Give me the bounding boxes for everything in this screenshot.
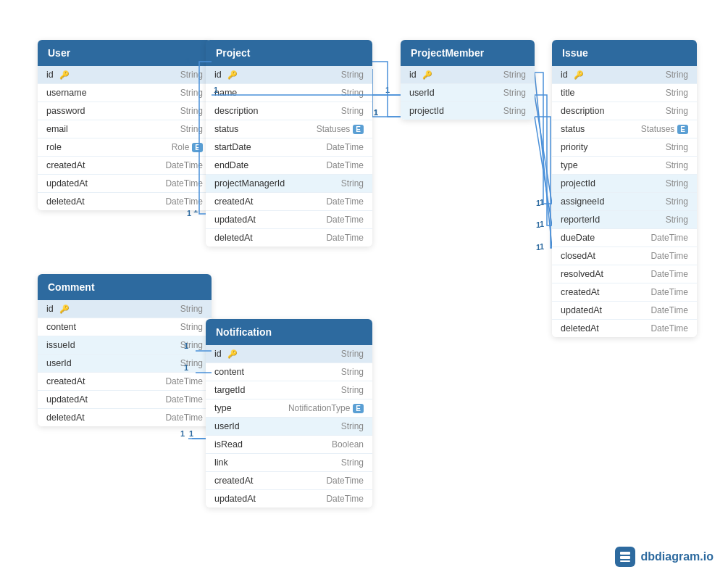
issue-table: Issue id🔑 String title String descriptio… — [552, 40, 697, 337]
project-member-table-header: ProjectMember — [401, 40, 535, 66]
project-table-body: id🔑 String name String description Strin… — [206, 66, 372, 246]
project-table-header: Project — [206, 40, 372, 66]
table-row: deletedAt DateTime — [206, 229, 372, 246]
project-table: Project id🔑 String name String descripti… — [206, 40, 372, 246]
pk-icon: 🔑 — [59, 304, 70, 314]
table-row: deletedAt DateTime — [38, 193, 212, 210]
svg-text:1: 1 — [374, 108, 378, 117]
table-row: projectManagerId String — [206, 175, 372, 193]
table-row: createdAt DateTime — [552, 283, 697, 302]
table-row: link String — [206, 454, 372, 472]
canvas: 1 1 1 1 1 1 1 1 1 1 User i — [0, 0, 728, 580]
pk-icon: 🔑 — [422, 70, 432, 80]
svg-rect-24 — [620, 556, 630, 559]
table-row: dueDate DateTime — [552, 229, 697, 247]
table-row: id🔑 String — [552, 66, 697, 84]
table-row: targetId String — [206, 381, 372, 399]
notification-table-header: Notification — [206, 319, 372, 345]
table-row: createdAt DateTime — [38, 373, 212, 391]
table-row: createdAt DateTime — [206, 193, 372, 211]
table-row: status Statuses E — [552, 120, 697, 138]
table-row: updatedAt DateTime — [38, 391, 212, 409]
svg-line-14 — [535, 72, 552, 248]
table-row: updatedAt DateTime — [552, 302, 697, 320]
table-row: userId String — [206, 418, 372, 436]
user-table-body: id🔑 String username String password Stri… — [38, 66, 212, 210]
table-row: id🔑 String — [206, 345, 372, 363]
logo-area: dbdiagram.io — [615, 547, 714, 567]
table-row: description String — [206, 102, 372, 120]
svg-text:1: 1 — [180, 429, 185, 438]
table-row: projectId String — [401, 102, 535, 120]
user-table-header: User — [38, 40, 212, 66]
notification-table-body: id🔑 String content String targetId Strin… — [206, 345, 372, 508]
table-row: name String — [206, 84, 372, 102]
svg-rect-23 — [620, 552, 630, 555]
table-row: status Statuses E — [206, 120, 372, 138]
svg-line-10 — [535, 95, 552, 204]
pk-icon: 🔑 — [59, 70, 70, 80]
comment-table: Comment id🔑 String content String issueI… — [38, 274, 212, 426]
table-row: role Role E — [38, 138, 212, 157]
table-row: reporterId String — [552, 211, 697, 229]
comment-table-body: id🔑 String content String issueId String… — [38, 300, 212, 426]
svg-text:1: 1 — [385, 86, 390, 94]
svg-text:1: 1 — [540, 198, 544, 207]
table-row: endDate DateTime — [206, 157, 372, 175]
table-row: email String — [38, 120, 212, 138]
table-row: updatedAt DateTime — [206, 490, 372, 508]
svg-rect-25 — [620, 560, 630, 562]
table-row: deletedAt DateTime — [38, 409, 212, 426]
table-row: id🔑 String — [401, 66, 535, 84]
table-row: password String — [38, 102, 212, 120]
svg-text:1: 1 — [374, 108, 378, 117]
logo-icon — [615, 547, 635, 567]
table-row: createdAt DateTime — [206, 472, 372, 490]
table-row: id🔑 String — [38, 300, 212, 318]
table-row: title String — [552, 84, 697, 102]
table-row: userId String — [38, 355, 212, 373]
pk-icon: 🔑 — [227, 349, 238, 359]
notification-table: Notification id🔑 String content String t… — [206, 319, 372, 508]
table-row: projectId String — [552, 175, 697, 193]
table-row: description String — [552, 102, 697, 120]
svg-text:1: 1 — [540, 242, 544, 251]
svg-text:1: 1 — [540, 220, 544, 228]
project-member-table-body: id🔑 String userId String projectId Strin… — [401, 66, 535, 120]
issue-table-body: id🔑 String title String description Stri… — [552, 66, 697, 337]
table-row: priority String — [552, 138, 697, 157]
table-row: deletedAt DateTime — [552, 320, 697, 337]
table-row: issueId String — [38, 336, 212, 355]
table-row: id🔑 String — [206, 66, 372, 84]
table-row: type String — [552, 157, 697, 175]
table-row: content String — [38, 318, 212, 336]
table-row: updatedAt DateTime — [206, 211, 372, 229]
svg-text:1: 1 — [536, 220, 540, 229]
table-row: resolvedAt DateTime — [552, 265, 697, 283]
svg-text:1: 1 — [536, 199, 540, 207]
table-row: username String — [38, 84, 212, 102]
user-table: User id🔑 String username String password… — [38, 40, 212, 210]
table-row: id🔑 String — [38, 66, 212, 84]
svg-text:1: 1 — [189, 429, 193, 438]
project-member-table: ProjectMember id🔑 String userId String p… — [401, 40, 535, 120]
table-row: updatedAt DateTime — [38, 175, 212, 193]
pk-icon: 🔑 — [574, 70, 584, 80]
svg-text:1: 1 — [536, 243, 540, 252]
logo-text: dbdiagram.io — [641, 550, 714, 563]
pk-icon: 🔑 — [227, 70, 238, 80]
table-row: content String — [206, 363, 372, 381]
table-row: isRead Boolean — [206, 436, 372, 454]
table-row: closedAt DateTime — [552, 247, 697, 265]
svg-line-12 — [535, 117, 552, 225]
comment-table-header: Comment — [38, 274, 212, 300]
table-row: userId String — [401, 84, 535, 102]
table-row: assigneeId String — [552, 193, 697, 211]
table-row: type NotificationType E — [206, 399, 372, 418]
table-row: startDate DateTime — [206, 138, 372, 157]
table-row: createdAt DateTime — [38, 157, 212, 175]
issue-table-header: Issue — [552, 40, 697, 66]
